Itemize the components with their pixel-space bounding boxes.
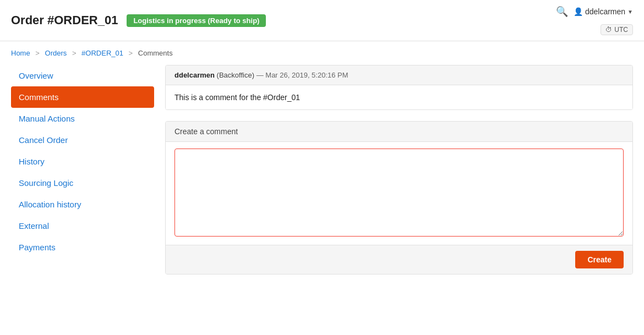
sidebar-item-sourcing-logic[interactable]: Sourcing Logic bbox=[11, 172, 154, 194]
breadcrumb-sep-1: > bbox=[35, 49, 40, 57]
comment-card: ddelcarmen (Backoffice) — Mar 26, 2019, … bbox=[165, 65, 633, 110]
sidebar: Overview Comments Manual Actions Cancel … bbox=[11, 65, 165, 274]
breadcrumb: Home > Orders > #ORDER_01 > Comments bbox=[0, 41, 644, 65]
comment-author: ddelcarmen bbox=[174, 71, 215, 79]
sidebar-item-external[interactable]: External bbox=[11, 215, 154, 237]
header: Order #ORDER_01 Logistics in progress (R… bbox=[0, 0, 644, 41]
create-comment-body bbox=[166, 142, 632, 245]
breadcrumb-sep-2: > bbox=[72, 49, 77, 57]
header-right-top: 🔍 👤 ddelcarmen ▼ bbox=[556, 6, 633, 18]
breadcrumb-sep-3: > bbox=[129, 49, 133, 57]
timezone-badge: ⏱ UTC bbox=[601, 24, 633, 35]
user-menu[interactable]: 👤 ddelcarmen ▼ bbox=[574, 7, 633, 16]
comment-body: This is a comment for the #Order_01 bbox=[166, 85, 632, 109]
header-left: Order #ORDER_01 Logistics in progress (R… bbox=[11, 13, 266, 28]
create-comment-button[interactable]: Create bbox=[575, 251, 624, 268]
status-badge: Logistics in progress (Ready to ship) bbox=[127, 14, 266, 27]
sidebar-item-overview[interactable]: Overview bbox=[11, 65, 154, 86]
create-comment-footer: Create bbox=[166, 245, 632, 274]
search-button[interactable]: 🔍 bbox=[556, 6, 568, 18]
sidebar-item-manual-actions[interactable]: Manual Actions bbox=[11, 108, 154, 129]
comment-role: (Backoffice) bbox=[217, 71, 254, 79]
sidebar-item-comments[interactable]: Comments bbox=[11, 86, 154, 108]
chevron-down-icon: ▼ bbox=[627, 9, 633, 15]
breadcrumb-order-id[interactable]: #ORDER_01 bbox=[81, 49, 123, 57]
sidebar-item-payments[interactable]: Payments bbox=[11, 237, 154, 258]
breadcrumb-current: Comments bbox=[138, 49, 173, 57]
clock-icon: ⏱ bbox=[605, 26, 612, 34]
main-layout: Overview Comments Manual Actions Cancel … bbox=[0, 65, 644, 274]
timezone-label: UTC bbox=[614, 26, 628, 34]
page-title: Order #ORDER_01 bbox=[11, 13, 118, 28]
sidebar-item-allocation-history[interactable]: Allocation history bbox=[11, 194, 154, 215]
username-label: ddelcarmen bbox=[585, 7, 625, 16]
create-comment-header: Create a comment bbox=[166, 122, 632, 142]
breadcrumb-home[interactable]: Home bbox=[11, 49, 30, 57]
sidebar-item-history[interactable]: History bbox=[11, 151, 154, 172]
content-area: ddelcarmen (Backoffice) — Mar 26, 2019, … bbox=[165, 65, 633, 274]
breadcrumb-orders[interactable]: Orders bbox=[45, 49, 67, 57]
sidebar-item-cancel-order[interactable]: Cancel Order bbox=[11, 129, 154, 151]
search-icon: 🔍 bbox=[556, 6, 568, 17]
create-comment-card: Create a comment Create bbox=[165, 121, 633, 274]
comment-textarea[interactable] bbox=[174, 149, 624, 237]
user-icon: 👤 bbox=[574, 7, 583, 16]
header-right: 🔍 👤 ddelcarmen ▼ ⏱ UTC bbox=[556, 6, 633, 35]
comment-header: ddelcarmen (Backoffice) — Mar 26, 2019, … bbox=[166, 65, 632, 85]
comment-date: — Mar 26, 2019, 5:20:16 PM bbox=[256, 71, 348, 79]
